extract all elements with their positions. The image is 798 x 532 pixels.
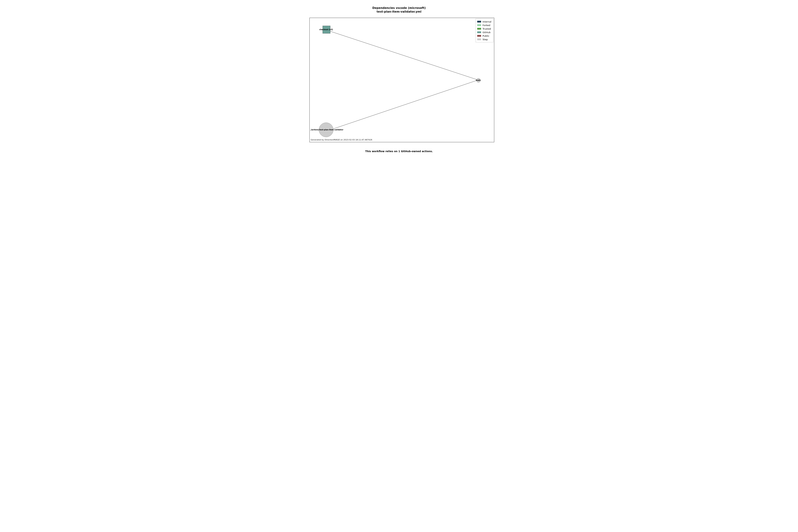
- caption-text: This workflow relies on 1 GitHub-owned a…: [279, 150, 519, 153]
- legend-swatch-public: [477, 35, 481, 37]
- legend: Internal Forked Trusted GitHub Public St…: [476, 19, 493, 42]
- legend-label-forked: Forked: [482, 24, 490, 26]
- legend-label-trusted: Trusted: [482, 27, 491, 30]
- legend-label-internal: Internal: [482, 20, 491, 23]
- node-validator-label: ./actions/test-plan-item-validator: [310, 129, 343, 131]
- edge-main-validator: [331, 80, 478, 130]
- legend-row-trusted: Trusted: [477, 27, 491, 31]
- legend-swatch-github: [477, 32, 481, 33]
- chart-title: Dependencies vscode (microsoft) test-pla…: [279, 0, 519, 14]
- title-line-1: Dependencies vscode (microsoft): [372, 6, 425, 10]
- node-checkout-label: checkout [v3]: [319, 28, 333, 31]
- edge-main-checkout: [327, 30, 478, 80]
- legend-row-github: GitHub: [477, 31, 491, 34]
- legend-row-internal: Internal: [477, 20, 491, 23]
- legend-swatch-trusted: [477, 28, 481, 30]
- legend-label-github: GitHub: [482, 31, 491, 34]
- node-main-label: main: [476, 79, 481, 81]
- legend-row-forked: Forked: [477, 23, 491, 27]
- legend-label-step: Step: [482, 38, 488, 41]
- title-line-2: test-plan-item-validator.yml: [377, 10, 421, 13]
- figure-container: Dependencies vscode (microsoft) test-pla…: [279, 0, 519, 159]
- graph-edges: [310, 18, 494, 142]
- legend-swatch-step: [477, 38, 481, 40]
- legend-swatch-internal: [477, 21, 481, 22]
- plot-area: checkout [v3] main ./actions/test-plan-i…: [309, 18, 494, 142]
- legend-swatch-forked: [477, 24, 481, 26]
- legend-label-public: Public: [482, 35, 489, 37]
- legend-row-step: Step: [477, 38, 491, 41]
- legend-row-public: Public: [477, 34, 491, 38]
- generated-by-text: Generated by DirectionMIAGE on 2023-02-0…: [311, 139, 372, 141]
